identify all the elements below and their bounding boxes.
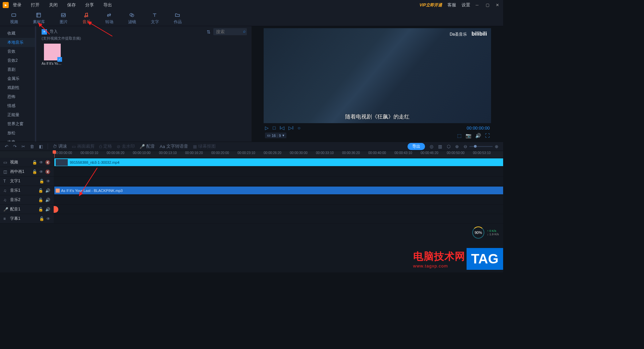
- marker-icon[interactable]: ⊕: [455, 144, 459, 149]
- cat-positive[interactable]: 正能量: [0, 110, 35, 119]
- search-input[interactable]: [213, 28, 247, 35]
- tab-text[interactable]: 文字: [151, 11, 159, 26]
- menu-open[interactable]: 打开: [31, 2, 40, 8]
- crop-button[interactable]: ▭ 画面裁剪: [72, 143, 95, 149]
- svg-point-4: [87, 15, 88, 17]
- freeze-button[interactable]: ⎙ 定格: [99, 143, 112, 149]
- zoom-slider[interactable]: [469, 146, 493, 147]
- cat-drama[interactable]: 戏剧性: [0, 83, 35, 92]
- tab-video[interactable]: 视频: [10, 11, 18, 26]
- redo-icon[interactable]: ↷: [13, 144, 17, 149]
- tab-library[interactable]: 素材库: [33, 11, 45, 26]
- music-icon: [84, 12, 90, 18]
- next-frame-icon[interactable]: ▷I: [288, 125, 293, 131]
- record-icon[interactable]: ○: [298, 125, 300, 131]
- zoom-out-icon[interactable]: ⊖: [464, 144, 467, 149]
- asset-item[interactable]: ✓ As If It's Your ...: [42, 44, 63, 65]
- greenscreen-button[interactable]: ▦ 绿幕抠图: [193, 143, 216, 149]
- mute-icon[interactable]: 🔊: [45, 198, 50, 202]
- dewatermark-button[interactable]: ⊘ 去水印: [117, 143, 135, 149]
- track-label: 视频: [10, 159, 30, 165]
- zoom-in-icon[interactable]: ⊕: [495, 144, 498, 149]
- track-label: 音乐1: [10, 188, 36, 193]
- camera-icon[interactable]: 📷: [466, 133, 471, 138]
- tab-transition[interactable]: 转场: [105, 11, 113, 26]
- tab-project[interactable]: 作品: [174, 11, 182, 26]
- cat-local-music[interactable]: 本地音乐: [0, 38, 35, 47]
- aspect-ratio-selector[interactable]: ▭ 16 : 9 ▾: [265, 133, 286, 138]
- menu-save[interactable]: 保存: [67, 2, 76, 8]
- dub-marker[interactable]: [54, 206, 58, 213]
- snapshot-icon[interactable]: ⬚: [457, 133, 462, 138]
- maximize-icon[interactable]: ▢: [486, 3, 490, 7]
- eye-icon[interactable]: 👁: [46, 216, 50, 221]
- cat-sfx[interactable]: 音效: [0, 47, 35, 56]
- cat-comedy[interactable]: 喜剧: [0, 65, 35, 74]
- settings-button[interactable]: 设置: [462, 2, 470, 8]
- menu-close[interactable]: 关闭: [49, 2, 58, 8]
- cat-metal[interactable]: 金属乐: [0, 74, 35, 83]
- fullscreen-icon[interactable]: ⛶: [485, 133, 490, 138]
- export-button[interactable]: 导出: [408, 143, 425, 150]
- cat-classical[interactable]: 古典: [0, 138, 35, 142]
- prev-frame-icon[interactable]: I◁: [279, 125, 284, 131]
- eye-icon[interactable]: 👁: [46, 179, 50, 184]
- track-label: 画中画1: [10, 169, 30, 174]
- undo-icon[interactable]: ↶: [5, 144, 8, 149]
- video-clip[interactable]: 991558388_nb3-1-30032.mp4: [54, 158, 503, 166]
- image-icon: [61, 12, 67, 18]
- tab-music[interactable]: 音乐: [83, 11, 91, 26]
- split-view-icon[interactable]: ▥: [438, 144, 442, 149]
- cat-favorites[interactable]: 收藏: [0, 29, 35, 38]
- volume-icon[interactable]: 🔊: [475, 133, 481, 138]
- menu-share[interactable]: 分享: [85, 2, 94, 8]
- import-icon[interactable]: +: [42, 29, 47, 35]
- vip-button[interactable]: VIP立即开通: [420, 2, 442, 8]
- lock-icon[interactable]: 🔓: [38, 188, 43, 193]
- lock-icon[interactable]: 🔓: [32, 169, 37, 174]
- crop-tool-icon[interactable]: ◧: [39, 144, 43, 149]
- minimize-icon[interactable]: ─: [476, 3, 480, 7]
- transition-icon: [106, 12, 112, 18]
- tts-button[interactable]: Aa 文字转语音: [160, 143, 188, 149]
- search-icon[interactable]: ⌕: [243, 29, 246, 34]
- cat-relax[interactable]: 放松: [0, 129, 35, 138]
- lock-icon[interactable]: 🔓: [32, 160, 37, 165]
- ruler-tick: 00:00:50:00: [447, 151, 473, 158]
- import-button[interactable]: 导入: [50, 29, 58, 35]
- dub-button[interactable]: 🎤 配音: [140, 143, 155, 149]
- lock-icon[interactable]: 🔓: [38, 198, 43, 202]
- safe-area-icon[interactable]: ◎: [430, 144, 433, 149]
- tab-image[interactable]: 图片: [60, 11, 68, 26]
- mute-icon[interactable]: 🔊: [45, 207, 50, 212]
- play-icon[interactable]: ▷: [265, 125, 269, 131]
- tab-filter[interactable]: 滤镜: [128, 11, 136, 26]
- lock-icon[interactable]: 🔓: [39, 179, 44, 184]
- support-button[interactable]: 客服: [447, 2, 456, 8]
- cat-emotion[interactable]: 情感: [0, 101, 35, 110]
- tab-label: 作品: [174, 19, 182, 25]
- magnet-icon[interactable]: ⬡: [447, 144, 450, 149]
- cat-world[interactable]: 世界之窗: [0, 119, 35, 129]
- cat-horror[interactable]: 恐怖: [0, 92, 35, 101]
- menu-export[interactable]: 导出: [103, 2, 112, 8]
- lock-icon[interactable]: 🔓: [38, 207, 43, 212]
- login-button[interactable]: 登录: [13, 2, 21, 8]
- mute-icon[interactable]: 🔊: [45, 188, 50, 193]
- preview-timecode: 00:00:00:00: [467, 126, 490, 131]
- speed-button[interactable]: ⏱ 调速: [53, 143, 67, 149]
- audio-clip[interactable]: As If It's Your Last - BLACKPINK.mp3: [54, 187, 503, 194]
- preview-viewport[interactable]: Da圣音乐 bilibili 随着电视剧《狂飙》的走红: [264, 28, 491, 123]
- sort-icon[interactable]: ⇅: [207, 29, 211, 35]
- mute-icon[interactable]: 🔇: [45, 169, 50, 174]
- eye-icon[interactable]: 👁: [39, 169, 43, 174]
- lock-icon[interactable]: 🔓: [39, 216, 44, 221]
- close-icon[interactable]: ✕: [496, 3, 500, 7]
- cat-sfx2[interactable]: 音效2: [0, 56, 35, 65]
- time-ruler[interactable]: 00:00:00:0000:00:03:1000:00:06:2000:00:1…: [0, 151, 503, 158]
- eye-icon[interactable]: 👁: [39, 160, 43, 165]
- mute-icon[interactable]: 🔇: [45, 160, 50, 165]
- cut-icon[interactable]: ✂: [21, 144, 25, 149]
- stop-icon[interactable]: □: [273, 125, 275, 131]
- delete-icon[interactable]: 🗑: [30, 144, 34, 149]
